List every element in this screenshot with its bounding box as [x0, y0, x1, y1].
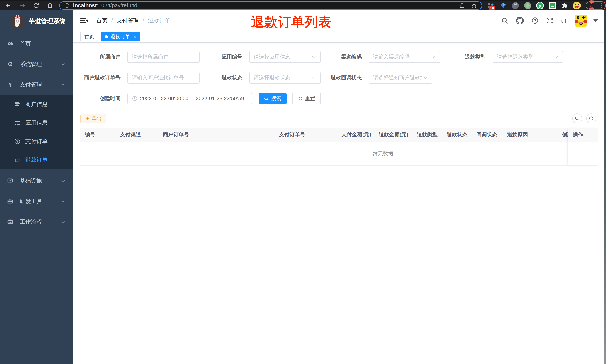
- sidebar-item-merchant-info[interactable]: 商户信息: [0, 95, 73, 113]
- site-info-icon[interactable]: [64, 3, 70, 8]
- column-header-clipped: 创建时间: [557, 131, 568, 138]
- search-button[interactable]: 搜索: [259, 92, 287, 104]
- tags-view-bar: 首页 退款订单 ×: [73, 31, 606, 43]
- sidebar-collapse-icon[interactable]: [80, 17, 88, 24]
- refresh-icon: [589, 116, 594, 121]
- extension-chat-icon[interactable]: [548, 2, 556, 10]
- extension-blocks-icon[interactable]: 10: [487, 2, 495, 10]
- sidebar-item-label: 工作流程: [20, 218, 42, 226]
- main-area: 首页 / 支付管理 / 退款订单 退款订单列表: [73, 10, 606, 364]
- extensions-puzzle-icon[interactable]: [561, 2, 568, 10]
- github-icon[interactable]: [516, 17, 524, 25]
- app-frame: 芋道管理系统 首页 ⚙ 系统管理 ¥ 支付管理: [0, 10, 606, 364]
- gear-icon: ⚙: [7, 61, 14, 68]
- search-icon: [575, 116, 580, 121]
- url-host: localhost: [73, 2, 97, 9]
- breadcrumb-separator: /: [143, 17, 144, 24]
- home-icon[interactable]: [46, 2, 53, 9]
- url-bar[interactable]: localhost:1024/pay/refund: [59, 1, 482, 10]
- share-icon[interactable]: [459, 3, 465, 8]
- app-title: 芋道管理系统: [29, 17, 66, 26]
- sidebar-item-label: 商户信息: [25, 100, 48, 108]
- browser-update-menu[interactable]: 更新: [586, 1, 606, 10]
- export-button[interactable]: 导出: [80, 114, 106, 123]
- export-button-label: 导出: [92, 116, 102, 122]
- column-header: 退款状态: [442, 131, 472, 138]
- tag-label: 首页: [84, 33, 94, 40]
- logo-rabbit-image: [11, 15, 24, 27]
- sidebar: 芋道管理系统 首页 ⚙ 系统管理 ¥ 支付管理: [0, 10, 73, 364]
- extension-kite-icon[interactable]: [499, 2, 507, 10]
- filter-merchant-refund-no-label: 商户退款订单号: [80, 74, 120, 81]
- page-annotation-title: 退款订单列表: [251, 13, 331, 31]
- avatar[interactable]: [575, 14, 587, 27]
- channel-select[interactable]: 请输入渠道编码: [369, 51, 440, 63]
- sidebar-item-dev-tools[interactable]: 研发工具: [0, 191, 73, 212]
- sidebar-item-label: 支付订单: [25, 138, 48, 145]
- table-tools: [572, 113, 596, 123]
- filter-create-time-label: 创建时间: [80, 95, 120, 102]
- tag-home[interactable]: 首页: [80, 32, 98, 41]
- toggle-search-button[interactable]: [572, 113, 582, 123]
- sidebar-item-pay-order[interactable]: 支付订单: [0, 132, 73, 151]
- app-logo[interactable]: 芋道管理系统: [0, 10, 73, 32]
- refund-type-select[interactable]: 请选择退款类型: [493, 51, 563, 63]
- forward-icon[interactable]: [19, 2, 26, 9]
- filter-refund-type-label: 退款类型: [440, 53, 486, 60]
- close-icon[interactable]: ×: [133, 34, 136, 39]
- sidebar-item-label: 退款订单: [25, 156, 48, 164]
- placeholder: 请选择通知商户退款结果(: [373, 74, 422, 81]
- owner-select[interactable]: 请选择所属商户: [127, 51, 199, 63]
- date-start-value: 2022-01-23 00:00:00: [140, 96, 189, 102]
- font-size-icon[interactable]: tT: [561, 17, 567, 24]
- create-time-range-picker[interactable]: 2022-01-23 00:00:00 - 2022-01-23 23:59:5…: [127, 92, 252, 104]
- placeholder: 请选择所属商户: [132, 53, 195, 60]
- url-path: :1024/pay/refund: [97, 2, 137, 9]
- refresh-table-button[interactable]: [586, 113, 596, 123]
- extension-recorder-icon[interactable]: [524, 2, 532, 10]
- monitor-icon: [7, 178, 14, 184]
- fullscreen-icon[interactable]: [546, 17, 553, 24]
- breadcrumb-current: 退款订单: [148, 17, 170, 25]
- app-select[interactable]: 请选择应用信息: [249, 51, 321, 63]
- sidebar-item-label: 支付管理: [20, 81, 42, 89]
- sidebar-item-home[interactable]: 首页: [0, 33, 73, 54]
- grid-table-icon: [14, 120, 21, 126]
- reload-icon[interactable]: [32, 2, 40, 9]
- extension-emoji-icon[interactable]: [573, 2, 581, 10]
- extension-y-icon[interactable]: y: [536, 2, 544, 10]
- breadcrumb-home[interactable]: 首页: [96, 17, 107, 25]
- sidebar-item-payment[interactable]: ¥ 支付管理: [0, 74, 73, 95]
- tag-refund-order[interactable]: 退款订单 ×: [101, 32, 140, 41]
- sidebar-item-system[interactable]: ⚙ 系统管理: [0, 54, 73, 74]
- search-icon[interactable]: [501, 17, 509, 24]
- toolbox-icon: [7, 198, 14, 205]
- command-glyph: ⌘: [512, 2, 519, 9]
- sidebar-item-refund-order[interactable]: 退款订单: [0, 151, 73, 169]
- chevron-up-icon: [61, 82, 66, 87]
- window-scrollbar-strip[interactable]: [604, 10, 606, 364]
- table-empty-row: 暂无数据: [80, 142, 598, 166]
- breadcrumb-payment[interactable]: 支付管理: [117, 17, 139, 25]
- sidebar-item-infrastructure[interactable]: 基础设施: [0, 171, 73, 191]
- caret-down-icon[interactable]: [593, 19, 598, 22]
- chevron-down-icon: [61, 219, 66, 224]
- date-end-value: 2022-01-23 23:59:59: [196, 96, 244, 102]
- chevron-down-icon: [431, 54, 436, 59]
- back-icon[interactable]: [5, 2, 12, 9]
- help-icon[interactable]: [531, 17, 539, 24]
- column-header: 退款原因: [502, 131, 557, 138]
- extension-command-icon[interactable]: ⌘: [512, 2, 519, 10]
- notify-status-select[interactable]: 请选择通知商户退款结果(: [369, 72, 433, 84]
- yen-icon: ¥: [7, 81, 14, 88]
- bookmark-star-icon[interactable]: [471, 3, 477, 9]
- sidebar-item-app-info[interactable]: 应用信息: [0, 113, 73, 132]
- date-separator: -: [191, 96, 193, 102]
- reset-button[interactable]: 重置: [292, 92, 321, 104]
- sidebar-item-workflow[interactable]: 工作流程: [0, 212, 73, 232]
- refresh-icon: [298, 96, 303, 101]
- merchant-refund-no-input[interactable]: 请输入商户退款订单号: [127, 72, 199, 84]
- filter-channel-label: 渠道编码: [321, 53, 362, 60]
- coin-yen-icon: [14, 138, 21, 144]
- refund-status-select[interactable]: 请选择退款状态: [249, 72, 321, 84]
